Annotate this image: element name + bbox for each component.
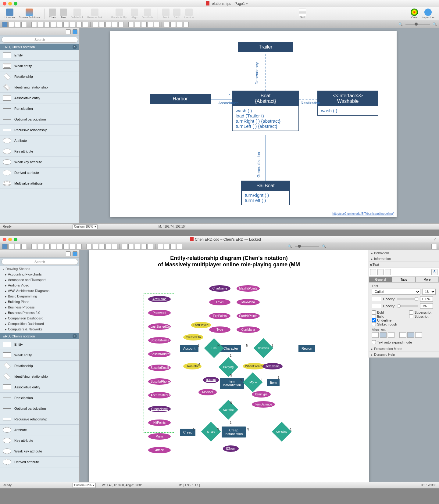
- libraries-button[interactable]: Libraries: [3, 9, 16, 19]
- tool-b[interactable]: [38, 244, 43, 249]
- titlebar[interactable]: relationships - Page1 ▾: [0, 0, 439, 7]
- tool-l[interactable]: [105, 244, 111, 249]
- zoom-slider[interactable]: [405, 24, 430, 25]
- zoom-slider[interactable]: [295, 246, 319, 247]
- attr-acctcreatedon[interactable]: AcctCreatedOn: [148, 392, 171, 398]
- attr-currmana[interactable]: CurrMana: [237, 326, 260, 333]
- attr-creepname[interactable]: CreepName: [148, 406, 171, 412]
- magic-tool[interactable]: [183, 22, 189, 27]
- shape-key-attribute[interactable]: Key attribute: [0, 435, 79, 446]
- arc-tool-1[interactable]: [128, 22, 134, 27]
- rel-istype2[interactable]: IsType: [201, 422, 221, 441]
- align-center[interactable]: [380, 332, 387, 338]
- section-header[interactable]: ERD, Chen's notation×: [0, 333, 79, 339]
- shape-associative-entity[interactable]: Associative entity: [0, 93, 79, 103]
- attr-modifier[interactable]: Modifier: [198, 389, 217, 395]
- shape-weak-entity[interactable]: Weak entity: [0, 61, 79, 71]
- tab-general[interactable]: General: [369, 277, 392, 283]
- front-button[interactable]: Front: [161, 9, 171, 19]
- arc-tool-2[interactable]: [135, 22, 140, 27]
- tab-tabs[interactable]: Tabs: [392, 277, 415, 283]
- zoom-out-tool[interactable]: [170, 22, 176, 27]
- section-header[interactable]: ERD, Chen's notation×: [0, 44, 79, 50]
- zoom-control[interactable]: Custom 62% ▾: [73, 483, 96, 488]
- hand-tool[interactable]: [177, 22, 182, 27]
- valign-middle[interactable]: [407, 332, 414, 338]
- ellipse-tool[interactable]: [15, 244, 20, 249]
- arc-tool-4[interactable]: [148, 22, 153, 27]
- hand-tool[interactable]: [170, 244, 176, 249]
- zoom-icon[interactable]: [14, 2, 17, 5]
- opacity-slider-2[interactable]: [397, 305, 418, 307]
- tool-o[interactable]: [128, 244, 134, 249]
- minimize-icon[interactable]: [8, 238, 12, 241]
- reverse-link-button[interactable]: Reverse link: [86, 9, 104, 19]
- zoom-out-icon[interactable]: 🔍: [288, 244, 292, 248]
- presentation-mode[interactable]: Presentation Mode: [369, 346, 439, 352]
- line-tool-2[interactable]: [99, 22, 105, 27]
- valign-top[interactable]: [399, 332, 406, 338]
- rel-has[interactable]: Has: [204, 338, 224, 358]
- connector-tool-4[interactable]: [51, 22, 56, 27]
- strike-checkbox[interactable]: Strikethrough: [372, 322, 397, 326]
- section-close-icon[interactable]: ×: [73, 334, 77, 338]
- connector-tool-9[interactable]: [83, 22, 88, 27]
- ellipse-tool[interactable]: [15, 22, 20, 27]
- search-input[interactable]: [2, 259, 78, 265]
- zoom-in-icon[interactable]: 🔍: [433, 22, 437, 26]
- magic-tool[interactable]: [177, 244, 182, 249]
- close-icon[interactable]: [3, 238, 6, 241]
- tree-item[interactable]: Business Process: [0, 304, 79, 310]
- attr-sbscrbremail[interactable]: SbscrbrEmail: [148, 365, 171, 371]
- shape-weak-entity[interactable]: Weak entity: [0, 350, 79, 361]
- tool-m[interactable]: [112, 244, 117, 249]
- connector-tool-3[interactable]: [44, 22, 50, 27]
- attr-idnum2[interactable]: IDNum: [223, 445, 239, 452]
- attr-lastplayed[interactable]: LastPlayed: [191, 322, 211, 328]
- tool-d[interactable]: [51, 244, 56, 249]
- shape-key-attribute[interactable]: Key attribute: [0, 146, 79, 157]
- color-swatch-2[interactable]: [372, 304, 381, 308]
- bold-checkbox[interactable]: Bold: [372, 310, 397, 314]
- connector-tool-6[interactable]: [63, 22, 69, 27]
- shape-attribute[interactable]: Attribute: [0, 425, 79, 435]
- subscript-checkbox[interactable]: Subscript: [409, 314, 431, 318]
- uml-interface[interactable]: <<interface>> Washable: [318, 91, 378, 106]
- rect-tool[interactable]: [9, 244, 14, 249]
- identical-button[interactable]: Identical: [183, 9, 196, 19]
- uml-trailer[interactable]: Trailer: [239, 42, 292, 52]
- attr-attack[interactable]: Attack: [148, 447, 171, 453]
- attr-sbscrbrname[interactable]: SbscrbrName: [148, 337, 171, 344]
- shape-weak-key-attribute[interactable]: Weak key attribute: [0, 446, 79, 457]
- line-tool-1[interactable]: [93, 22, 98, 27]
- uml-harbor[interactable]: Harbor: [150, 94, 210, 103]
- search-input[interactable]: [2, 37, 78, 43]
- attr-password[interactable]: Password: [148, 310, 171, 316]
- chain-button[interactable]: Chain: [48, 9, 57, 19]
- tool-r[interactable]: [148, 244, 153, 249]
- tool-i[interactable]: [86, 244, 92, 249]
- tool-e[interactable]: [57, 244, 62, 249]
- shape-optional-participation[interactable]: Optional participation: [0, 114, 79, 125]
- opacity-value-1[interactable]: [420, 296, 433, 302]
- inspectors-button[interactable]: Inspectors: [420, 9, 436, 19]
- inspector-information[interactable]: Information: [369, 256, 439, 262]
- delete-link-button[interactable]: Delete link: [70, 9, 85, 19]
- canvas-area[interactable]: Trailer Harbor Boat {Abstract} wash ( ) …: [80, 28, 439, 223]
- zoom-out-tool[interactable]: [164, 244, 170, 249]
- shape-entity[interactable]: Entity: [0, 339, 79, 350]
- underline-checkbox[interactable]: Underline: [372, 318, 397, 322]
- text-style-2[interactable]: [377, 269, 384, 275]
- text-style-3[interactable]: [385, 269, 391, 275]
- arc-tool-3[interactable]: [141, 22, 147, 27]
- font-select[interactable]: Calibri: [372, 289, 420, 295]
- search-shapes-button[interactable]: [73, 251, 77, 256]
- shape-tool[interactable]: [21, 244, 27, 249]
- attr-createdon[interactable]: CreatedOn: [183, 334, 203, 340]
- inspector-toggle[interactable]: [431, 244, 437, 249]
- shape-identifying-relationship[interactable]: Identifying relationship: [0, 82, 79, 93]
- zoom-icon[interactable]: [14, 238, 17, 241]
- shape-multivalue-attribute[interactable]: Multivalue attribute: [0, 178, 79, 189]
- shape-derived-attribute[interactable]: Derived attribute: [0, 457, 79, 467]
- tab-more[interactable]: More: [416, 277, 439, 283]
